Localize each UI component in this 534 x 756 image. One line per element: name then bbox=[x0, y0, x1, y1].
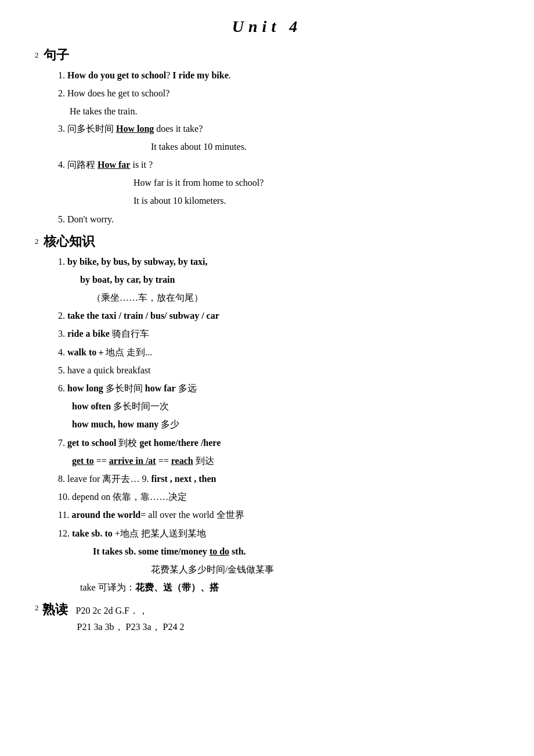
core-12: 12. take sb. to +地点 把某人送到某地 bbox=[58, 525, 499, 541]
c6-b2: how far bbox=[145, 383, 176, 393]
num-1: 1. bbox=[58, 70, 67, 80]
s1-bold1: How do you get to school bbox=[67, 70, 166, 80]
c7b-t: 到达 bbox=[193, 456, 214, 466]
c11-num: 11. bbox=[58, 510, 71, 520]
c7-num: 7. bbox=[58, 438, 67, 448]
c8-text: leave for 离开去… bbox=[67, 474, 142, 484]
core-2: 2. take the taxi / train / bus/ subway /… bbox=[58, 308, 499, 323]
core-12c: 花费某人多少时间/金钱做某事 bbox=[151, 561, 499, 577]
num-5: 5. bbox=[58, 214, 67, 224]
c12-num: 12. bbox=[58, 528, 72, 538]
super-3: 2 bbox=[35, 603, 39, 613]
sentence-4b: How far is it from home to school? bbox=[134, 175, 499, 190]
c6c-b: how much, how many bbox=[72, 419, 158, 429]
core-8-9: 8. leave for 离开去… 9. first , next , then bbox=[58, 471, 499, 487]
c5-num: 5. bbox=[58, 365, 67, 375]
core-6c: how much, how many 多少 bbox=[72, 416, 499, 432]
c11-text: = all over the world 全世界 bbox=[140, 510, 244, 520]
c9-bold: first , next , then bbox=[151, 474, 216, 484]
c6b-t: 多长时间一次 bbox=[111, 401, 169, 411]
c10-text: depend on 依靠，靠……决定 bbox=[72, 492, 187, 502]
core-6b: how often 多长时间一次 bbox=[72, 398, 499, 414]
c12b-bold1: It takes sb. some time/money bbox=[93, 546, 210, 556]
c2-num: 2. bbox=[58, 311, 67, 321]
c11-bold: around the world bbox=[71, 510, 140, 520]
memorize-line2: P21 3a 3b， P23 3a， P24 2 bbox=[77, 618, 185, 636]
core-1b: by boat, by car, by train bbox=[80, 272, 499, 287]
c3-cn: 骑自行车 bbox=[110, 329, 149, 339]
c1-text3: （乘坐……车，放在句尾） bbox=[92, 293, 203, 303]
c4-bold: walk to bbox=[67, 347, 96, 357]
c9-num: 9. bbox=[142, 474, 151, 484]
s2b-text: He takes the train. bbox=[70, 106, 137, 116]
sentence-3b: It takes about 10 minutes. bbox=[151, 139, 499, 154]
sentence-2: 2. How does he get to school? bbox=[58, 85, 499, 101]
core-10: 10. depend on 依靠，靠……决定 bbox=[58, 489, 499, 505]
c7b-u2: arrive in /at bbox=[109, 456, 156, 466]
core-1: 1. by bike, by bus, by subway, by taxi, bbox=[58, 254, 499, 269]
memorize-title: 熟读 bbox=[42, 602, 68, 617]
s1-bold2: I ride my bike bbox=[172, 70, 228, 80]
c12d-pre: take 可译为： bbox=[80, 582, 135, 592]
c12d-bold: 花费、送（带）、搭 bbox=[135, 582, 219, 592]
sentence-4c: It is about 10 kilometers. bbox=[134, 193, 499, 208]
how-long: How long bbox=[116, 124, 154, 134]
sentence-3: 3. 问多长时间 How long does it take? bbox=[58, 121, 499, 136]
c12b-todo: to do bbox=[210, 546, 229, 556]
core-3: 3. ride a bike 骑自行车 bbox=[58, 326, 499, 341]
c1-text2: by boat, by car, by train bbox=[80, 275, 175, 285]
c3-num: 3. bbox=[58, 329, 67, 339]
sentence-4: 4. 问路程 How far is it ? bbox=[58, 157, 499, 172]
s3-rest: does it take? bbox=[154, 124, 203, 134]
s1-period: . bbox=[229, 70, 231, 80]
c7-t1: 到校 bbox=[116, 438, 139, 448]
s1-q: ? bbox=[166, 70, 172, 80]
section2-title: 核心知识 bbox=[44, 233, 95, 250]
section2-content: 1. by bike, by bus, by subway, by taxi, … bbox=[58, 254, 499, 596]
core-12d: take 可译为：花费、送（带）、搭 bbox=[80, 579, 499, 595]
c4-num: 4. bbox=[58, 347, 67, 357]
c12-bold: take sb. to bbox=[72, 528, 113, 538]
s3b-text: It takes about 10 minutes. bbox=[151, 142, 247, 152]
num-3: 3. 问多长时间 bbox=[58, 124, 116, 134]
c6b-b: how often bbox=[72, 401, 111, 411]
core-5: 5. have a quick breakfast bbox=[58, 362, 499, 378]
s5-text: Don't worry. bbox=[67, 214, 114, 224]
core-11: 11. around the world= all over the world… bbox=[58, 507, 499, 523]
section-memorize: 2 熟读 P20 2c 2d G.F．， P21 3a 3b， P23 3a， … bbox=[35, 601, 499, 636]
core-12b: It takes sb. some time/money to do sth. bbox=[93, 543, 499, 559]
sentence-5: 5. Don't worry. bbox=[58, 211, 499, 227]
section-sentences: 2 句子 1. How do you get to school? I ride… bbox=[35, 46, 499, 227]
c1-num: 1. bbox=[58, 257, 67, 267]
c7b-u1: get to bbox=[72, 456, 94, 466]
s4c-text: It is about 10 kilometers. bbox=[134, 196, 226, 206]
c6-t2: 多远 bbox=[176, 383, 197, 393]
c7-b1: get to school bbox=[67, 438, 116, 448]
c6c-t: 多少 bbox=[158, 419, 179, 429]
s4-rest: is it ? bbox=[130, 160, 153, 170]
sentence-1: 1. How do you get to school? I ride my b… bbox=[58, 67, 499, 83]
c4-text: ＋地点 走到... bbox=[96, 347, 152, 357]
s4b-text: How far is it from home to school? bbox=[134, 178, 264, 188]
c7-b2: get home/there /here bbox=[139, 438, 221, 448]
c6-t1: 多长时间 bbox=[103, 383, 145, 393]
core-7b: get to == arrive in /at == reach 到达 bbox=[72, 453, 499, 469]
c6-num: 6. bbox=[58, 383, 67, 393]
super-2: 2 bbox=[35, 237, 39, 246]
core-1c: （乘坐……车，放在句尾） bbox=[92, 290, 499, 305]
c12b-bold2: sth. bbox=[229, 546, 246, 556]
core-4: 4. walk to＋地点 走到... bbox=[58, 344, 499, 360]
core-6: 6. how long 多长时间 how far 多远 bbox=[58, 380, 499, 396]
memorize-line1: P20 2c 2d G.F．， bbox=[76, 606, 148, 615]
core-7: 7. get to school 到校 get home/there /here bbox=[58, 435, 499, 451]
c12c-text: 花费某人多少时间/金钱做某事 bbox=[151, 564, 274, 574]
c12-text: +地点 把某人送到某地 bbox=[113, 528, 206, 538]
c10-num: 10. bbox=[58, 492, 72, 502]
c3-bold: ride a bike bbox=[67, 329, 110, 339]
c6-b1: how long bbox=[67, 383, 103, 393]
how-far: How far bbox=[98, 160, 130, 170]
c5-text: have a quick breakfast bbox=[67, 365, 150, 375]
num-4: 4. 问路程 bbox=[58, 160, 98, 170]
num-2: 2. bbox=[58, 88, 67, 98]
section-core-knowledge: 2 核心知识 1. by bike, by bus, by subway, by… bbox=[35, 233, 499, 596]
